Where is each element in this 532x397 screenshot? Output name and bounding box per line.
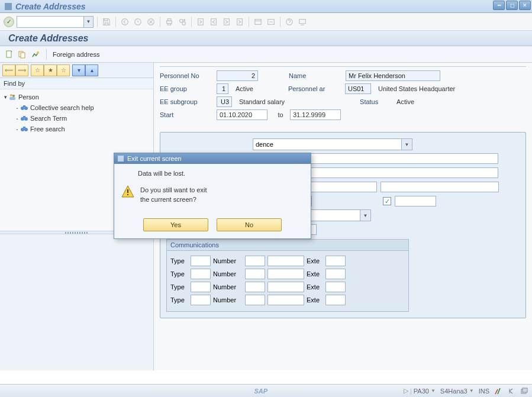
- nav-forward-icon[interactable]: ⟹: [15, 64, 28, 76]
- comm-ext-label: Exte: [307, 270, 323, 277]
- comm-area-input[interactable]: [245, 282, 265, 292]
- window-title: Create Addresses: [15, 2, 86, 11]
- nav-back-icon[interactable]: ⟸: [2, 64, 15, 76]
- comm-number-input[interactable]: [267, 256, 304, 266]
- window-titlebar: Create Addresses ━ ◻ ✕: [0, 0, 532, 13]
- doc-copy-icon[interactable]: [18, 50, 27, 59]
- end-date-input[interactable]: [290, 109, 341, 120]
- comm-ext-input[interactable]: [325, 256, 346, 266]
- comm-type-input[interactable]: [191, 269, 211, 279]
- command-dropdown-icon[interactable]: ▼: [83, 17, 93, 27]
- chevron-down-icon[interactable]: ▼: [401, 139, 412, 150]
- next-page-icon[interactable]: [221, 17, 232, 27]
- find-icon[interactable]: [177, 17, 188, 27]
- dialog-body: Data will be lost. Do you still want to …: [114, 164, 311, 215]
- dialog-buttons: Yes No: [114, 215, 311, 238]
- start-label: Start: [160, 111, 213, 118]
- close-button[interactable]: ✕: [519, 1, 531, 10]
- comm-number-input[interactable]: [267, 295, 304, 305]
- print-icon[interactable]: [164, 17, 175, 27]
- svg-rect-31: [23, 127, 25, 128]
- comm-type-label: Type: [170, 257, 188, 264]
- dialog-titlebar[interactable]: Exit current screen: [114, 153, 311, 164]
- comm-number-input[interactable]: [267, 282, 304, 292]
- fav-icon[interactable]: ★: [44, 64, 57, 76]
- help-icon[interactable]: [284, 17, 295, 27]
- window-controls: ━ ◻ ✕: [493, 1, 531, 10]
- twist-open-icon[interactable]: ▾: [2, 94, 8, 100]
- fav-add-plus-icon[interactable]: ☆: [57, 64, 70, 76]
- start-date-input[interactable]: [217, 109, 267, 120]
- command-field[interactable]: ▼: [17, 16, 93, 28]
- tree-label: Search Term: [30, 115, 67, 122]
- svg-point-0: [122, 18, 128, 25]
- foreign-address-button[interactable]: Foreign address: [53, 51, 100, 58]
- comm-ext-input[interactable]: [325, 282, 346, 292]
- overview-icon[interactable]: [31, 50, 40, 59]
- ee-group-text: Active: [232, 85, 253, 92]
- svg-rect-18: [21, 53, 25, 58]
- exit-confirm-dialog: Exit current screen Data will be lost. D…: [114, 153, 311, 239]
- comm-number-input[interactable]: [267, 269, 304, 279]
- row-ee-group: EE group 1 Active Personnel ar US01 Unit…: [160, 82, 526, 95]
- tree-node-free-search[interactable]: · Free search: [1, 124, 152, 134]
- comm-area-input[interactable]: [245, 295, 265, 305]
- tree-node-search-term[interactable]: · Search Term: [1, 113, 152, 124]
- dialog-corner-icon: [118, 156, 124, 162]
- status-system[interactable]: S4Hana3▼: [440, 388, 474, 395]
- comm-ext-input[interactable]: [325, 295, 346, 305]
- checkbox[interactable]: ✓: [383, 197, 391, 205]
- last-page-icon[interactable]: [234, 17, 245, 27]
- status-insert-mode[interactable]: INS: [479, 388, 489, 395]
- fav-add-outline-icon[interactable]: ☆: [31, 64, 44, 76]
- district-input-2[interactable]: [381, 182, 499, 192]
- status-back-icon[interactable]: [507, 387, 515, 395]
- postal-extra-input[interactable]: [395, 196, 436, 206]
- comm-ext-input[interactable]: [325, 269, 346, 279]
- prev-page-icon[interactable]: [208, 17, 219, 27]
- status-tcode[interactable]: ▷|PA30▼: [404, 387, 436, 395]
- ee-subgroup-field: U3: [217, 96, 232, 107]
- maximize-button[interactable]: ◻: [506, 1, 518, 10]
- tree-node-person[interactable]: ▾ Person: [1, 92, 152, 102]
- person-icon: [8, 93, 17, 101]
- toolbar-separator: [249, 17, 249, 27]
- comm-ext-label: Exte: [307, 283, 323, 291]
- back-icon[interactable]: [120, 17, 130, 27]
- first-page-icon[interactable]: [195, 17, 206, 27]
- toolbar-separator: [280, 17, 280, 27]
- layout-icon[interactable]: [297, 17, 308, 27]
- doc-new-icon[interactable]: [5, 50, 14, 59]
- yes-button[interactable]: Yes: [143, 218, 208, 231]
- shortcut-icon[interactable]: [266, 17, 276, 27]
- comm-area-input[interactable]: [245, 256, 265, 266]
- status-label: Status: [360, 98, 393, 105]
- find-by-label: Find by: [0, 78, 153, 89]
- application-toolbar: Foreign address: [0, 46, 532, 63]
- svg-rect-4: [167, 18, 170, 21]
- save-icon[interactable]: [101, 17, 112, 27]
- comm-number-label: Number: [213, 283, 243, 291]
- expand-all-icon[interactable]: ▴: [85, 64, 98, 76]
- new-session-icon[interactable]: [253, 17, 263, 27]
- comm-area-input[interactable]: [245, 269, 265, 279]
- collapse-all-icon[interactable]: ▾: [72, 64, 85, 76]
- svg-rect-11: [237, 18, 243, 25]
- comm-type-input[interactable]: [191, 295, 211, 305]
- minimize-button[interactable]: ━: [493, 1, 505, 10]
- chevron-down-icon[interactable]: ▼: [360, 210, 370, 221]
- sapgui-menu-icon[interactable]: [5, 3, 12, 10]
- cancel-icon[interactable]: [146, 17, 156, 27]
- communications-title: Communications: [167, 240, 408, 251]
- enter-button[interactable]: ✓: [4, 17, 14, 27]
- tree-node-collective-search[interactable]: · Collective search help: [1, 102, 152, 113]
- status-settings-icon[interactable]: [520, 387, 528, 395]
- comm-row-4: Type Number Exte: [170, 293, 405, 306]
- comm-type-input[interactable]: [191, 282, 211, 292]
- exit-icon[interactable]: [133, 17, 143, 27]
- comm-type-input[interactable]: [191, 256, 211, 266]
- status-signal-icon[interactable]: [494, 387, 502, 395]
- svg-rect-36: [523, 388, 527, 392]
- address-type-combo[interactable]: dence ▼: [253, 138, 412, 150]
- no-button[interactable]: No: [217, 218, 282, 231]
